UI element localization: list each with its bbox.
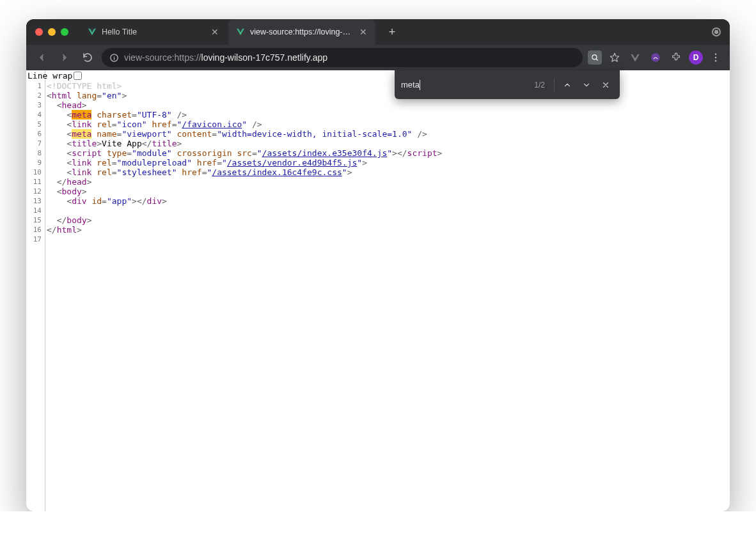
line-number: 14 [26,206,45,215]
extension-qr-icon[interactable] [588,50,602,65]
line-number: 13 [26,196,45,206]
page-content: Line wrap 1234567891011121314151617 <!DO… [26,70,730,511]
tab-title: Hello Title [102,27,205,36]
line-wrap-checkbox[interactable] [74,72,82,80]
find-count: 1/2 [534,81,549,89]
line-number: 4 [26,110,45,120]
source-line: <meta name="viewport" content="width=dev… [47,129,728,139]
find-input[interactable]: meta [401,80,530,90]
line-wrap-toggle[interactable]: Line wrap [26,70,83,81]
line-number: 11 [26,177,45,187]
source-line: </head> [47,177,728,187]
source-code[interactable]: <!DOCTYPE html><html lang="en"> <head> <… [45,70,730,511]
source-line [47,235,728,244]
find-close-button[interactable] [598,77,613,93]
line-number: 15 [26,215,45,225]
address-bar[interactable]: view-source:https://loving-wilson-17c757… [102,48,583,67]
line-number: 6 [26,129,45,139]
line-number: 5 [26,120,45,129]
extension-circle-icon[interactable] [648,50,663,65]
source-line: <script type="module" crossorigin src="/… [47,148,728,158]
line-wrap-label: Line wrap [28,71,72,81]
source-line: <div id="app"></div> [47,196,728,206]
svg-line-4 [596,59,598,61]
close-tab-icon[interactable]: ✕ [210,27,219,36]
close-window-button[interactable] [35,28,43,36]
extension-vue-icon[interactable] [627,50,643,65]
account-icon[interactable] [712,27,721,36]
vue-icon [236,27,245,36]
source-line: <html lang="en"> [47,91,728,100]
extensions-button[interactable] [668,50,684,65]
source-line: </body> [47,215,728,225]
line-number: 2 [26,91,45,100]
line-number: 1 [26,81,45,91]
profile-avatar[interactable]: D [689,50,703,65]
line-number: 12 [26,187,45,196]
line-number: 7 [26,139,45,148]
tab-strip: Hello Title ✕ view-source:https://loving… [80,19,375,45]
tab-0[interactable]: Hello Title ✕ [80,19,227,45]
line-number: 8 [26,148,45,158]
source-line: <link rel="icon" href="/favicon.ico" /> [47,120,728,129]
browser-window: Hello Title ✕ view-source:https://loving… [26,19,730,511]
source-line: <body> [47,187,728,196]
tab-1[interactable]: view-source:https://loving-wils ✕ [228,19,375,45]
line-number: 16 [26,225,45,235]
find-next-button[interactable] [579,77,594,93]
source-line: <head> [47,100,728,110]
close-tab-icon[interactable]: ✕ [359,27,368,36]
source-line [47,206,728,215]
source-line: <meta charset="UTF-8" /> [47,110,728,120]
line-number: 10 [26,167,45,177]
text-cursor [420,80,420,90]
source-line: <title>Vite App</title> [47,139,728,148]
menu-button[interactable] [708,50,723,65]
find-bar: meta 1/2 [395,70,620,99]
svg-point-8 [715,60,716,61]
svg-point-6 [715,54,716,55]
line-number: 9 [26,158,45,167]
bookmark-button[interactable] [607,50,622,65]
reload-button[interactable] [79,49,97,66]
find-query: meta [401,80,420,89]
source-line: <!DOCTYPE html> [47,81,728,91]
new-tab-button[interactable]: + [383,23,401,41]
tab-title: view-source:https://loving-wils [250,27,354,36]
maximize-window-button[interactable] [61,28,68,36]
svg-point-7 [715,57,716,58]
info-icon [109,53,119,63]
line-number-gutter: 1234567891011121314151617 [26,70,45,511]
source-line: <link rel="modulepreload" href="/assets/… [47,158,728,167]
source-line: <link rel="stylesheet" href="/assets/ind… [47,167,728,177]
minimize-window-button[interactable] [48,28,56,36]
window-controls [35,28,68,36]
forward-button[interactable] [56,49,74,66]
titlebar: Hello Title ✕ view-source:https://loving… [26,19,730,45]
line-number: 17 [26,235,45,244]
source-line: </html> [47,225,728,235]
find-prev-button[interactable] [560,77,575,93]
url-text: view-source:https://loving-wilson-17c757… [124,52,327,63]
line-number: 3 [26,100,45,110]
toolbar: view-source:https://loving-wilson-17c757… [26,45,730,70]
vue-icon [88,27,97,36]
back-button[interactable] [33,49,51,66]
separator [554,78,555,92]
